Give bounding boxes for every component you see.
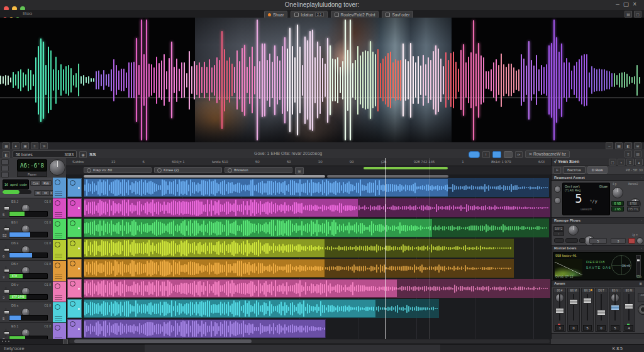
gray-chip-2[interactable]: 775 7YL <box>627 207 640 212</box>
audio-region[interactable] <box>84 259 325 278</box>
region-tail[interactable] <box>448 178 549 197</box>
region-tail[interactable] <box>325 259 514 278</box>
track-header-selected[interactable]: 16 aped code Cos Rsk 88 88 8 <box>0 178 53 198</box>
beam-icon[interactable]: 9i <box>40 142 48 149</box>
track-color-swatch[interactable] <box>53 178 66 198</box>
record-arm-icon[interactable] <box>55 221 60 227</box>
metronome-toggle[interactable] <box>492 151 501 158</box>
lane-color-tab[interactable] <box>67 319 82 338</box>
cycle-toggle[interactable] <box>469 151 480 158</box>
cycle-range[interactable] <box>364 167 448 169</box>
lane-record-icon[interactable] <box>70 241 75 246</box>
magnet-icon[interactable]: ◉ <box>79 151 87 158</box>
output-switch[interactable]: J08b <box>638 293 644 302</box>
lane-record-icon[interactable] <box>70 220 75 226</box>
lane-color-tab[interactable] <box>67 178 82 197</box>
record-arm-icon[interactable] <box>55 263 60 268</box>
track-slider[interactable] <box>3 190 31 194</box>
close-icon[interactable]: × <box>633 1 640 8</box>
track-color-swatch[interactable] <box>53 240 66 261</box>
track-color-swatch[interactable] <box>53 261 66 281</box>
lane-color-tab[interactable] <box>67 299 82 318</box>
record-arm-icon[interactable] <box>55 200 60 206</box>
tab-row[interactable]: D Row <box>587 166 608 174</box>
mixer-strip[interactable]: D6 T 0 <box>595 288 608 332</box>
region-tab[interactable]: Kinee (2) <box>154 167 222 173</box>
mini-fader-icon[interactable] <box>4 225 8 233</box>
led-chip-1[interactable]: E NB <box>611 201 624 206</box>
lane-color-tab[interactable] <box>67 219 82 237</box>
record-arm-icon[interactable] <box>55 242 60 247</box>
region-tail[interactable] <box>325 239 514 258</box>
audio-region[interactable] <box>84 178 448 197</box>
mini-fader-icon[interactable] <box>4 287 8 295</box>
audio-region[interactable] <box>84 279 397 298</box>
fader-cap[interactable] <box>625 304 633 309</box>
track-header[interactable]: D6 r O1 8 3 8T8 <box>0 261 53 281</box>
mixer-icon[interactable]: ⊞ <box>634 142 641 149</box>
mini-fader-icon[interactable] <box>4 308 8 316</box>
lane-record-icon[interactable] <box>70 301 75 307</box>
tab-back[interactable]: Bacz/oa <box>563 166 586 174</box>
steps-icon[interactable]: ≡ <box>31 142 38 149</box>
record-arm-icon[interactable] <box>55 325 60 331</box>
lane-record-icon[interactable] <box>70 180 75 186</box>
record-icon[interactable]: ● <box>12 142 19 149</box>
snap-dropdown[interactable]: 56 bones3083 <box>13 150 77 158</box>
layout-icon[interactable]: ▤ <box>625 11 632 18</box>
track-header[interactable]: D6 s O1 8 6 <box>0 240 53 261</box>
mixer-header[interactable]: Awam▣ <box>552 280 644 287</box>
record-arm-icon[interactable] <box>55 304 60 310</box>
section3-header[interactable]: Rontel bows◦ <box>552 245 644 251</box>
regions-icon[interactable]: ▣ <box>21 142 29 149</box>
region-tail[interactable] <box>397 279 550 298</box>
mixer-strip[interactable]: E6 V 5 <box>609 288 621 332</box>
track-color-swatch[interactable] <box>53 198 66 219</box>
fader-cap[interactable] <box>569 299 578 305</box>
master-knob[interactable] <box>49 159 65 176</box>
led-chip-2[interactable]: 2 N5 <box>611 207 624 212</box>
panel-icon[interactable]: ▢ <box>634 11 641 18</box>
section2-red-button[interactable] <box>628 238 635 244</box>
track-header[interactable]: D6 s O1 8 5 <box>0 302 53 323</box>
lane-record-icon[interactable] <box>70 200 75 206</box>
audio-region[interactable] <box>84 299 376 318</box>
section2-knob-1[interactable] <box>568 225 579 236</box>
region-tail[interactable] <box>433 219 549 237</box>
autopunch-button[interactable]: ✕ RowsbaczneW bz <box>525 150 570 158</box>
mixer-strip[interactable]: E6 S 5 <box>581 288 594 332</box>
section1-knob-1[interactable] <box>612 187 623 198</box>
region-tab[interactable]: Klap vo: 80 <box>84 167 152 173</box>
info-icon[interactable]: i <box>482 151 490 158</box>
section2-button-2[interactable]: 3 <box>611 238 626 244</box>
playhead[interactable] <box>385 158 386 339</box>
cos-button[interactable]: Cos <box>30 180 41 186</box>
region-tab[interactable]: 8rlowton <box>225 167 292 173</box>
lock-icon[interactable]: ◧ <box>3 151 10 158</box>
headphone-jack-icon[interactable] <box>638 304 644 315</box>
half-icon[interactable]: ◐ <box>618 159 625 166</box>
mixer-strip[interactable]: E6 M 4 <box>623 288 635 332</box>
window-icon[interactable]: ▢ <box>609 159 616 166</box>
fader-cap[interactable] <box>583 298 592 304</box>
scrollbar-thumb[interactable] <box>74 339 252 343</box>
minimize-icon[interactable]: – <box>616 1 623 8</box>
grid2-icon[interactable]: ▦ <box>615 142 623 149</box>
lane-record-icon[interactable] <box>70 321 75 327</box>
track-color-swatch[interactable] <box>53 281 66 302</box>
marker-strip-2[interactable] <box>327 175 448 178</box>
mini-fader-icon[interactable] <box>4 246 8 254</box>
menu-icon[interactable]: ≡ <box>626 159 634 166</box>
lane-color-tab[interactable] <box>67 198 82 217</box>
add-tab-button[interactable]: ⊞ <box>295 167 304 174</box>
mini-fader-icon[interactable] <box>4 329 8 337</box>
track-color-swatch[interactable] <box>53 219 66 240</box>
collapse-icon[interactable]: ▴ <box>635 159 643 166</box>
track-color-swatch[interactable] <box>53 302 66 323</box>
section2-pill-1[interactable] <box>554 238 564 243</box>
section2-round-button[interactable] <box>636 237 643 244</box>
section2-side-button-2[interactable]: ▪ <box>553 231 564 236</box>
mini-fader-icon[interactable] <box>4 204 8 212</box>
record-arm-icon[interactable] <box>55 179 60 185</box>
window-controls[interactable]: –▢× <box>616 1 640 8</box>
